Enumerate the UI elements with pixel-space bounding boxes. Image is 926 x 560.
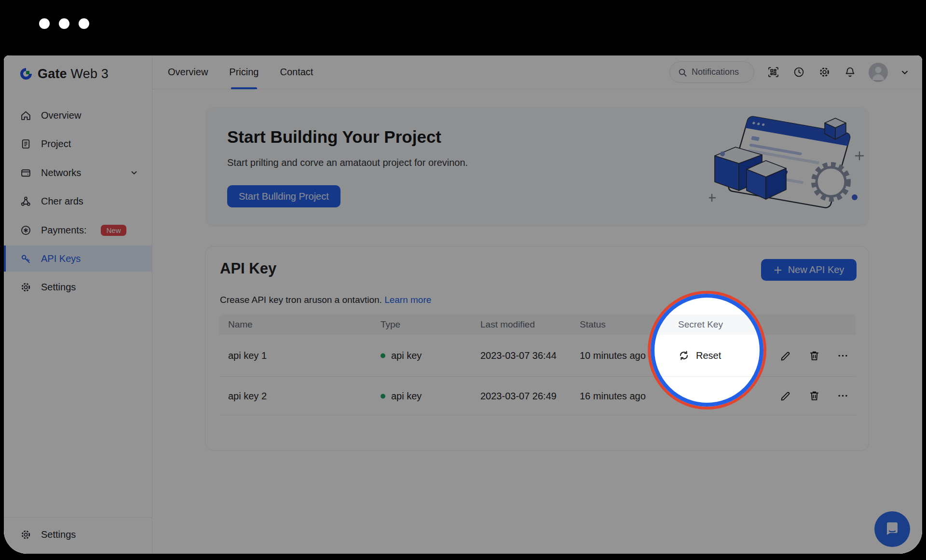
nodes-icon	[20, 196, 31, 207]
sidebar-item-api-keys[interactable]: API Keys	[4, 246, 152, 272]
col-name: Name	[228, 319, 253, 330]
sidebar-item-project[interactable]: Project	[4, 131, 152, 157]
chevron-down-icon[interactable]	[900, 68, 910, 77]
start-building-card: Start Building Your Project Start prilti…	[205, 107, 869, 227]
status-dot	[381, 394, 385, 398]
status-dot	[381, 354, 385, 358]
cell-status: 10 minutes ago	[580, 350, 646, 361]
row-actions	[779, 390, 849, 402]
col-type: Type	[381, 319, 400, 330]
sidebar-item-label: Cher ards	[41, 196, 83, 207]
api-key-title: API Key	[220, 260, 276, 277]
window-dot	[59, 18, 69, 29]
app-window: Gate Web 3 Overview Project Networks	[4, 55, 922, 554]
table-header: Name Type Last modified Status Secret Ke…	[219, 314, 856, 335]
api-key-card: API Key New API Key Crease API key tron …	[205, 246, 869, 451]
window-dots	[39, 18, 89, 29]
chat-bubble-icon	[883, 519, 902, 539]
hero-title: Start Building Your Project	[227, 127, 441, 147]
search-placeholder: Notifications	[692, 67, 739, 77]
top-nav: Overview Pricing Contact	[152, 55, 313, 89]
row-actions	[779, 349, 849, 362]
cell-last-modified: 2023-03-07 36:44	[480, 350, 557, 361]
plus-icon	[774, 266, 782, 274]
sidebar-item-label: Payments:	[41, 225, 86, 236]
sidebar-item-settings[interactable]: Settings	[4, 274, 152, 300]
search-icon	[678, 68, 687, 77]
window-dot	[79, 18, 89, 29]
home-icon	[20, 110, 31, 121]
percent-circle-icon	[20, 225, 31, 236]
chevron-down-icon	[130, 168, 138, 177]
sidebar-item-label: Settings	[41, 529, 76, 540]
sidebar-item-cherards[interactable]: Cher ards	[4, 188, 152, 214]
new-badge: New	[101, 225, 126, 236]
gate-logo-icon	[18, 66, 34, 82]
table-row: api key 1 api key 2023-03-07 36:44 10 mi…	[219, 335, 856, 377]
tab-overview[interactable]: Overview	[168, 55, 208, 89]
sidebar-item-label: Project	[41, 138, 71, 150]
cell-name: api key 2	[228, 390, 267, 401]
sidebar-item-label: Overview	[41, 110, 81, 121]
bell-icon[interactable]	[843, 66, 857, 79]
delete-icon[interactable]	[808, 349, 820, 362]
more-options-icon[interactable]	[836, 349, 849, 362]
chat-launcher-button[interactable]	[874, 511, 910, 547]
cell-type: api key	[381, 390, 422, 401]
edit-icon[interactable]	[779, 390, 792, 402]
main-content: Start Building Your Project Start prilti…	[152, 89, 922, 554]
sidebar-item-overview[interactable]: Overview	[4, 102, 152, 128]
edit-icon[interactable]	[779, 349, 792, 362]
avatar[interactable]	[869, 63, 888, 82]
tab-contact[interactable]: Contact	[280, 55, 313, 89]
cell-last-modified: 2023-03-07 26:49	[480, 390, 557, 401]
col-status: Status	[580, 319, 606, 330]
cell-status: 16 minutes ago	[580, 390, 646, 401]
reset-secret-key-button[interactable]: Reset	[678, 350, 721, 361]
col-secret-key: Secret Key	[678, 319, 723, 330]
table-row: api key 2 api key 2023-03-07 26:49 16 mi…	[219, 377, 856, 415]
sidebar: Gate Web 3 Overview Project Networks	[4, 55, 152, 554]
qr-scan-icon[interactable]	[766, 66, 780, 79]
sidebar-footer-settings[interactable]: Settings	[4, 521, 152, 547]
sidebar-item-networks[interactable]: Networks	[4, 160, 152, 186]
topbar: Overview Pricing Contact Notifications	[152, 55, 922, 89]
brand-name: Gate Web 3	[38, 67, 109, 82]
search-input[interactable]: Notifications	[669, 61, 754, 83]
new-api-key-button[interactable]: New API Key	[761, 259, 857, 281]
clock-icon[interactable]	[792, 66, 805, 79]
sidebar-item-payments[interactable]: Payments: New	[4, 217, 152, 243]
gear-icon[interactable]	[817, 66, 831, 79]
sidebar-item-label: API Keys	[41, 253, 81, 264]
learn-more-link[interactable]: Learn more	[384, 295, 431, 305]
brand-logo[interactable]: Gate Web 3	[18, 64, 109, 83]
gear-icon	[20, 282, 31, 293]
refresh-icon	[678, 350, 690, 361]
gear-icon	[20, 529, 31, 540]
delete-icon[interactable]	[808, 390, 820, 402]
window-dot	[39, 18, 50, 29]
sidebar-divider	[4, 517, 152, 518]
start-building-button[interactable]: Start Bullding Project	[227, 185, 340, 207]
sidebar-item-label: Networks	[41, 167, 81, 178]
more-options-icon[interactable]	[836, 390, 849, 402]
api-key-description: Crease API key tron aruson a ontavtion. …	[220, 295, 431, 305]
project-illustration	[709, 109, 868, 223]
hero-subtitle: Start prilting and corve an amataout pro…	[227, 157, 468, 168]
tab-pricing[interactable]: Pricing	[229, 55, 259, 89]
cell-type: api key	[381, 350, 422, 361]
wallet-icon	[20, 167, 31, 178]
sidebar-item-label: Settings	[41, 282, 76, 293]
cell-name: api key 1	[228, 350, 267, 361]
col-last-modified: Last modified	[480, 319, 535, 330]
document-icon	[20, 138, 31, 150]
key-icon	[20, 253, 31, 264]
topbar-actions: Notifications	[669, 61, 910, 83]
